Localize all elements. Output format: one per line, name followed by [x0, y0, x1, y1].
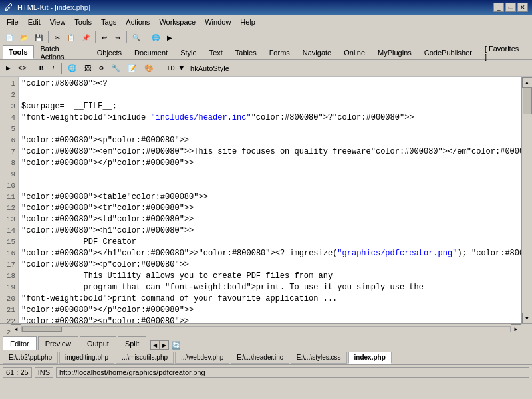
btab-preview[interactable]: Preview	[38, 336, 78, 350]
tool3-btn[interactable]: 📝	[124, 62, 140, 75]
tab-nav-right[interactable]: ▶	[160, 340, 169, 350]
tab-batch-actions[interactable]: Batch Actions	[35, 45, 90, 59]
code-line-17[interactable]: "color:#000080"><p"color:#000080">>	[21, 259, 519, 271]
code-line-12[interactable]: "color:#000080"><tr"color:#000080">>	[21, 203, 519, 214]
code-line-11[interactable]: "color:#000080"><table"color:#000080">>	[21, 192, 519, 203]
menu-view[interactable]: View	[46, 17, 70, 27]
btab-split[interactable]: Split	[118, 336, 146, 350]
save-button[interactable]: 💾	[32, 31, 45, 44]
tab-myplugins[interactable]: MyPlugins	[372, 45, 418, 59]
undo-button[interactable]: ↩	[98, 31, 110, 44]
restore-button[interactable]: ▭	[505, 3, 516, 12]
scroll-track[interactable]	[523, 88, 532, 313]
arrow-btn[interactable]: ▶	[3, 62, 14, 75]
code-line-21[interactable]: "color:#000080"></p"color:#000080">>	[21, 305, 519, 316]
h-scroll-left[interactable]: ◀	[11, 324, 21, 334]
menu-tags[interactable]: Tags	[97, 17, 120, 27]
code-line-9[interactable]	[21, 169, 519, 180]
sep2	[95, 31, 96, 43]
italic-btn[interactable]: I	[47, 62, 59, 75]
ftab-imgediting[interactable]: imgediting.php	[59, 352, 114, 364]
tab-favorites[interactable]: [ Favorites ]	[479, 45, 529, 59]
ftab-header[interactable]: E:\...\header.inc	[231, 352, 289, 364]
code-line-2[interactable]	[21, 90, 519, 101]
menu-window[interactable]: Window	[201, 17, 235, 27]
img-btn[interactable]: 🖼	[81, 62, 95, 75]
btab-refresh-icon[interactable]: 🔄	[172, 341, 181, 350]
id-dropdown-btn[interactable]: ID ▼	[163, 62, 187, 75]
tab-nav: ◀ ▶	[150, 340, 169, 350]
code-line-16[interactable]: "color:#000080"></h1"color:#000080">>"co…	[21, 248, 519, 259]
run-button[interactable]: ▶	[164, 31, 176, 44]
bold-btn[interactable]: B	[36, 62, 47, 75]
code-line-6[interactable]: "color:#000080"><p"color:#000080">>	[21, 135, 519, 146]
new-button[interactable]: 📄	[3, 31, 16, 44]
code-line-19[interactable]: program that can "font-weight:bold">prin…	[21, 282, 519, 293]
scroll-down-arrow[interactable]: ▼	[522, 313, 533, 323]
find-button[interactable]: 🔍	[130, 31, 143, 44]
open-button[interactable]: 📂	[17, 31, 31, 44]
menu-actions[interactable]: Actions	[122, 17, 154, 27]
tool2-btn[interactable]: 🔧	[108, 62, 124, 75]
ftab-webdev[interactable]: ...\webdev.php	[175, 352, 229, 364]
tab-tools[interactable]: Tools	[3, 45, 34, 59]
btab-output[interactable]: Output	[80, 336, 116, 350]
tag-btn[interactable]: <>	[15, 62, 30, 75]
code-line-15[interactable]: PDF Creator	[21, 237, 519, 248]
close-button[interactable]: ✕	[517, 3, 528, 12]
editor-area: 1234567891011121314151617181920212223 "c…	[0, 77, 532, 323]
scroll-up-arrow[interactable]: ▲	[522, 77, 533, 88]
menu-edit[interactable]: Edit	[24, 17, 45, 27]
minimize-button[interactable]: _	[493, 3, 504, 12]
code-line-14[interactable]: "color:#000080"><h1"color:#000080">>	[21, 225, 519, 237]
code-line-5[interactable]	[21, 124, 519, 135]
cut-button[interactable]: ✂	[51, 31, 63, 44]
code-line-1[interactable]: "color:#800080"><?	[21, 78, 519, 90]
paste-button[interactable]: 📌	[79, 31, 92, 44]
code-line-18[interactable]: This Utility allows you to create PDF fi…	[21, 271, 519, 282]
menu-tools[interactable]: Tools	[70, 17, 96, 27]
code-line-4[interactable]: "font-weight:bold">include "includes/hea…	[21, 112, 519, 124]
tool1-btn[interactable]: ⚙	[96, 62, 107, 75]
tab-document[interactable]: Document	[128, 45, 174, 59]
code-line-8[interactable]: "color:#000080"></p"color:#000080">>	[21, 158, 519, 169]
tab-nav-left[interactable]: ◀	[150, 340, 160, 350]
tab-codepublisher[interactable]: CodePublisher	[418, 45, 478, 59]
tab-objects[interactable]: Objects	[91, 45, 128, 59]
ftab-index[interactable]: index.php	[348, 352, 392, 364]
code-line-3[interactable]: $curpage= __FILE__;	[21, 101, 519, 112]
tab-style[interactable]: Style	[174, 45, 202, 59]
vertical-scrollbar[interactable]: ▲ ▼	[521, 77, 532, 323]
horizontal-scrollbar[interactable]: ◀ ▶	[0, 323, 532, 334]
status-position: 61 : 25	[3, 367, 32, 378]
code-line-22[interactable]: "color:#000080"><p"color:#000080">>	[21, 316, 519, 323]
code-editor[interactable]: "color:#800080"><? $curpage= __FILE__; "…	[19, 77, 521, 323]
copy-button[interactable]: 📋	[65, 31, 78, 44]
h-scroll-track[interactable]	[21, 326, 511, 332]
tab-forms[interactable]: Forms	[263, 45, 296, 59]
tool4-btn[interactable]: 🎨	[141, 62, 157, 75]
code-line-7[interactable]: "color:#000080"><em"color:#000080">>This…	[21, 146, 519, 158]
line-num-11: 11	[3, 192, 15, 203]
tab-tables[interactable]: Tables	[229, 45, 263, 59]
h-scroll-thumb[interactable]	[22, 327, 62, 332]
btab-editor[interactable]: Editor	[3, 336, 37, 350]
title-text: HTML-Kit - [index.php]	[17, 3, 90, 11]
code-line-10[interactable]	[21, 180, 519, 192]
scroll-thumb[interactable]	[523, 88, 532, 114]
code-line-13[interactable]: "color:#000080"><td"color:#000080">>	[21, 214, 519, 225]
code-line-20[interactable]: "font-weight:bold">print command of your…	[21, 293, 519, 305]
ftab-miscutils[interactable]: ...\miscutils.php	[116, 352, 174, 364]
menu-workspace[interactable]: Workspace	[155, 17, 200, 27]
ftab-ppt[interactable]: E:\..b2\ppt.php	[3, 352, 58, 364]
tab-text[interactable]: Text	[203, 45, 229, 59]
globe-btn[interactable]: 🌐	[65, 62, 80, 75]
tab-online[interactable]: Online	[338, 45, 371, 59]
menu-file[interactable]: File	[3, 17, 23, 27]
h-scroll-right[interactable]: ▶	[511, 324, 521, 334]
redo-button[interactable]: ↪	[112, 31, 124, 44]
menu-help[interactable]: Help	[236, 17, 259, 27]
ftab-styles[interactable]: E:\...\styles.css	[291, 352, 347, 364]
tab-navigate[interactable]: Navigate	[297, 45, 337, 59]
browser-button[interactable]: 🌐	[149, 31, 162, 44]
